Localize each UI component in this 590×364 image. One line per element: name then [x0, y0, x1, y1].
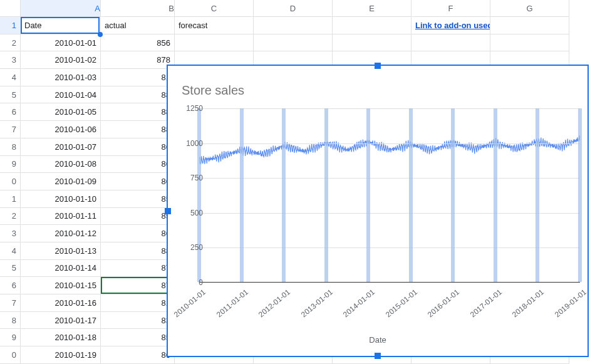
cell-date[interactable]: 2010-01-04 [21, 86, 101, 104]
row-header[interactable]: 8 [0, 138, 21, 156]
chart-x-axis-label: Date [369, 335, 386, 345]
cell-empty[interactable] [411, 34, 490, 52]
row-header[interactable]: 7 [0, 121, 21, 138]
cell-date[interactable]: 2010-01-17 [21, 312, 101, 330]
chart-x-tick: 2011-01-01 [215, 288, 250, 319]
row-header[interactable]: 0 [0, 346, 21, 364]
cell-date[interactable]: 2010-01-11 [21, 208, 101, 226]
chart-year-band [240, 108, 244, 282]
chart-title: Store sales [182, 83, 244, 98]
col-header-A[interactable]: A [21, 0, 101, 17]
cell-actual[interactable]: 85 [101, 329, 175, 346]
row-header[interactable]: 4 [0, 69, 21, 86]
cell-D1[interactable] [254, 17, 333, 34]
row-header[interactable]: 2 [0, 208, 21, 226]
col-header-E[interactable]: E [333, 0, 411, 17]
chart-year-band [366, 108, 370, 282]
cell-actual[interactable]: 88 [101, 103, 175, 121]
cell-G1[interactable] [490, 17, 569, 34]
cell-date[interactable]: 2010-01-15 [21, 277, 101, 294]
corner-cell[interactable] [0, 0, 21, 17]
cell-actual[interactable]: 87 [101, 277, 175, 294]
cell-date[interactable]: 2010-01-05 [21, 103, 101, 121]
cell-date[interactable]: 2010-01-01 [21, 34, 101, 52]
row-header[interactable]: 3 [0, 51, 21, 69]
chart-year-band [578, 108, 582, 282]
col-header-C[interactable]: C [175, 0, 254, 17]
cell-date[interactable]: 2010-01-16 [21, 294, 101, 312]
row-header[interactable]: 7 [0, 294, 21, 312]
chart-x-tick: 2013-01-01 [299, 288, 334, 319]
col-header-D[interactable]: D [254, 0, 333, 17]
row-header[interactable]: 6 [0, 277, 21, 294]
cell-E1[interactable] [333, 17, 411, 34]
cell-A1[interactable]: Date [21, 17, 101, 34]
col-header-F[interactable]: F [411, 0, 490, 17]
cell-C1[interactable]: forecast [175, 17, 254, 34]
chart-resize-bottom[interactable] [375, 353, 381, 359]
cell-actual[interactable]: 86 [101, 225, 175, 242]
cell-date[interactable]: 2010-01-12 [21, 225, 101, 242]
col-header-B[interactable]: B [101, 0, 175, 17]
cell-actual[interactable]: 81 [101, 294, 175, 312]
row-header[interactable]: 1 [0, 17, 21, 34]
row-header[interactable]: 6 [0, 103, 21, 121]
cell-date[interactable]: 2010-01-18 [21, 329, 101, 346]
cell-date[interactable]: 2010-01-09 [21, 173, 101, 190]
chart-series [199, 108, 580, 282]
row-header[interactable]: 9 [0, 156, 21, 174]
chart-resize-left[interactable] [165, 208, 171, 214]
cell-actual[interactable]: 81 [101, 69, 175, 86]
cell-actual[interactable]: 88 [101, 242, 175, 260]
cell-date[interactable]: 2010-01-06 [21, 121, 101, 138]
chart-year-band [324, 108, 328, 282]
cell-actual[interactable]: 878 [101, 51, 175, 69]
data-row: 22010-01-01856 [0, 34, 590, 52]
chart-object[interactable]: Store sales Date 0250500750100012502010-… [167, 65, 589, 357]
row-header[interactable]: 5 [0, 86, 21, 104]
row-header[interactable]: 3 [0, 225, 21, 242]
cell-date[interactable]: 2010-01-08 [21, 156, 101, 174]
cell-actual[interactable]: 86 [101, 346, 175, 364]
chart-year-band [409, 108, 413, 282]
cell-actual[interactable]: 85 [101, 208, 175, 226]
cell-date[interactable]: 2010-01-03 [21, 69, 101, 86]
cell-actual[interactable]: 86 [101, 138, 175, 156]
chart-year-band [451, 108, 455, 282]
cell-empty[interactable] [490, 34, 569, 52]
addon-link[interactable]: Link to add-on used [415, 21, 490, 30]
row-header[interactable]: 0 [0, 173, 21, 190]
cell-actual[interactable]: 85 [101, 190, 175, 208]
cell-actual[interactable]: 88 [101, 86, 175, 104]
cell-date[interactable]: 2010-01-07 [21, 138, 101, 156]
chart-plot-area [199, 108, 580, 283]
chart-x-tick: 2019-01-01 [553, 288, 588, 319]
cell-date[interactable]: 2010-01-13 [21, 242, 101, 260]
row-header[interactable]: 1 [0, 190, 21, 208]
cell-actual[interactable]: 86 [101, 156, 175, 174]
chart-resize-top[interactable] [375, 63, 381, 69]
row-header[interactable]: 4 [0, 242, 21, 260]
cell-actual[interactable]: 856 [101, 34, 175, 52]
cell-F1[interactable]: Link to add-on used [411, 17, 490, 34]
cell-empty[interactable] [175, 34, 254, 52]
col-header-G[interactable]: G [490, 0, 569, 17]
cell-actual[interactable]: 86 [101, 173, 175, 190]
chart-x-tick: 2016-01-01 [426, 288, 461, 319]
row-header[interactable]: 2 [0, 34, 21, 52]
cell-date[interactable]: 2010-01-19 [21, 346, 101, 364]
row-header[interactable]: 9 [0, 329, 21, 346]
row-header[interactable]: 5 [0, 260, 21, 278]
cell-actual[interactable]: 87 [101, 260, 175, 278]
cell-date[interactable]: 2010-01-14 [21, 260, 101, 278]
cell-date[interactable]: 2010-01-02 [21, 51, 101, 69]
cell-B1[interactable]: actual [101, 17, 175, 34]
cell-actual[interactable]: 88 [101, 121, 175, 138]
cell-date[interactable]: 2010-01-10 [21, 190, 101, 208]
cell-empty[interactable] [254, 34, 333, 52]
cell-empty[interactable] [333, 34, 411, 52]
row-header[interactable]: 8 [0, 312, 21, 330]
chart-gridline [199, 247, 580, 248]
chart-x-tick: 2018-01-01 [510, 288, 546, 319]
cell-actual[interactable]: 83 [101, 312, 175, 330]
